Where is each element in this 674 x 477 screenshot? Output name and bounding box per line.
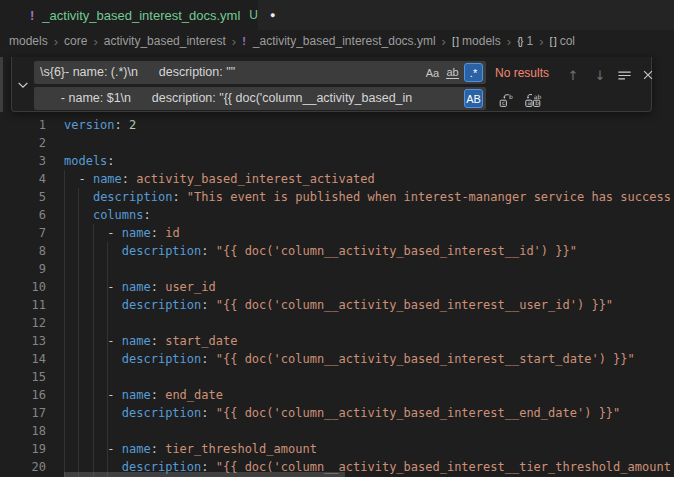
breadcrumb-item[interactable]: [ ]col	[550, 34, 576, 48]
close-find-widget-button[interactable]	[638, 65, 658, 85]
line-number[interactable]: 9	[0, 260, 46, 278]
breadcrumb-item[interactable]: models	[9, 34, 48, 48]
code-line[interactable]: 3models:	[0, 152, 674, 170]
code-line[interactable]: 8 description: "{{ doc('column__activity…	[0, 242, 674, 260]
code-line-text: description: "{{ doc('column__activity_b…	[64, 404, 620, 422]
line-number[interactable]: 2	[0, 134, 46, 152]
code-line[interactable]: 2	[0, 134, 674, 152]
breadcrumb-item[interactable]: activity_based_interest	[104, 34, 226, 48]
breadcrumb-item[interactable]: !_activity_based_interest_docs.yml	[242, 34, 435, 48]
breadcrumb-item[interactable]: {}1	[517, 34, 533, 48]
object-symbol-icon: {}	[517, 35, 522, 47]
code-token	[64, 352, 122, 366]
find-in-selection-button[interactable]	[614, 65, 634, 85]
find-status-text: No results	[495, 66, 549, 80]
vscode-window: ! _activity_based_interest_docs.yml U ● …	[0, 0, 674, 477]
code-token: description	[122, 352, 201, 366]
replace-all-button[interactable]: ab a b	[523, 90, 543, 110]
preserve-case-button[interactable]: AB	[464, 89, 483, 108]
whole-word-button[interactable]: ab	[443, 63, 462, 82]
line-number[interactable]: 11	[0, 296, 46, 314]
git-status-badge: U	[249, 8, 258, 22]
code-token: "{{ doc('column__activity_based_interest…	[216, 298, 613, 312]
code-line[interactable]: 14 description: "{{ doc('column__activit…	[0, 350, 674, 368]
code-area[interactable]: 1version: 223models:4 - name: activity_b…	[0, 116, 674, 476]
code-line[interactable]: 7 - name: id	[0, 224, 674, 242]
code-token: tier_threshold_amount	[165, 442, 317, 456]
replace-input[interactable]: - name: $1\n description: "{{ doc('colum…	[34, 87, 486, 110]
breadcrumb: models›core›activity_based_interest›!_ac…	[0, 30, 674, 52]
code-line[interactable]: 18	[0, 422, 674, 440]
line-number[interactable]: 17	[0, 404, 46, 422]
line-number[interactable]: 7	[0, 224, 46, 242]
line-number[interactable]: 12	[0, 314, 46, 332]
code-line-text: version: 2	[64, 116, 136, 134]
line-number[interactable]: 4	[0, 170, 46, 188]
line-number[interactable]: 16	[0, 386, 46, 404]
match-case-button[interactable]: Aa	[423, 63, 442, 82]
code-line[interactable]: 1version: 2	[0, 116, 674, 134]
line-number[interactable]: 6	[0, 206, 46, 224]
replace-value-text: - name: $1\n description: "{{ doc('colum…	[40, 87, 456, 110]
code-token: -	[64, 280, 122, 294]
code-line[interactable]: 10 - name: user_id	[0, 278, 674, 296]
code-token: -	[64, 226, 122, 240]
line-number[interactable]: 15	[0, 368, 46, 386]
breadcrumb-item-label: _activity_based_interest_docs.yml	[253, 34, 436, 48]
tab-active[interactable]: ! _activity_based_interest_docs.yml U ●	[0, 0, 258, 30]
line-number[interactable]: 10	[0, 278, 46, 296]
breadcrumb-separator-icon: ›	[54, 35, 58, 48]
code-line[interactable]: 16 - name: end_date	[0, 386, 674, 404]
use-regex-button[interactable]: .*	[464, 63, 483, 82]
line-number[interactable]: 5	[0, 188, 46, 206]
code-line-text: - name: end_date	[64, 386, 223, 404]
yaml-icon: !	[242, 35, 246, 47]
code-line[interactable]: 19 - name: tier_threshold_amount	[0, 440, 674, 458]
code-token: :	[201, 406, 215, 420]
code-token: name	[122, 226, 151, 240]
breadcrumb-separator-icon: ›	[232, 35, 236, 48]
code-line-text: - name: user_id	[64, 278, 216, 296]
code-line-text: - name: start_date	[64, 332, 237, 350]
previous-match-button[interactable]: ↑	[563, 65, 583, 85]
code-token: :	[151, 388, 165, 402]
horizontal-scrollbar[interactable]	[64, 472, 345, 477]
line-number[interactable]: 13	[0, 332, 46, 350]
line-number[interactable]: 14	[0, 350, 46, 368]
code-token: "{{ doc('column__activity_based_interest…	[216, 244, 577, 258]
code-token: name	[122, 388, 151, 402]
line-number[interactable]: 20	[0, 458, 46, 476]
breadcrumb-item[interactable]: core	[64, 34, 87, 48]
line-number[interactable]: 8	[0, 242, 46, 260]
line-number[interactable]: 18	[0, 422, 46, 440]
code-line[interactable]: 13 - name: start_date	[0, 332, 674, 350]
line-number[interactable]: 1	[0, 116, 46, 134]
code-line-text: description: "{{ doc('column__activity_b…	[64, 350, 635, 368]
breadcrumb-item-label: activity_based_interest	[104, 34, 226, 48]
replace-button[interactable]: b c	[496, 90, 516, 110]
code-line[interactable]: 15	[0, 368, 674, 386]
code-line[interactable]: 4 - name: activity_based_interest_activa…	[0, 170, 674, 188]
next-match-button[interactable]: ↓	[590, 65, 610, 85]
unsaved-dot-icon[interactable]: ●	[270, 10, 275, 20]
code-line[interactable]: 5 description: "This event is published …	[0, 188, 674, 206]
find-input[interactable]: \s{6}- name: (.*)\n description: "" Aa a…	[34, 61, 486, 84]
code-token: version	[64, 118, 115, 132]
line-number[interactable]: 19	[0, 440, 46, 458]
code-line[interactable]: 9	[0, 260, 674, 278]
editor[interactable]: 1version: 223models:4 - name: activity_b…	[0, 52, 674, 477]
breadcrumb-item-label: core	[64, 34, 87, 48]
code-line[interactable]: 12	[0, 314, 674, 332]
code-token: end_date	[165, 388, 223, 402]
code-token: :	[115, 118, 129, 132]
breadcrumb-item-label: 1	[526, 34, 533, 48]
code-line[interactable]: 6 columns:	[0, 206, 674, 224]
code-token: id	[165, 226, 179, 240]
line-number[interactable]: 3	[0, 152, 46, 170]
code-line[interactable]: 17 description: "{{ doc('column__activit…	[0, 404, 674, 422]
code-token: name	[93, 172, 122, 186]
breadcrumb-item[interactable]: [ ]models	[452, 34, 501, 48]
code-line[interactable]: 11 description: "{{ doc('column__activit…	[0, 296, 674, 314]
code-token: columns	[93, 208, 144, 222]
toggle-replace-button[interactable]	[15, 77, 31, 93]
